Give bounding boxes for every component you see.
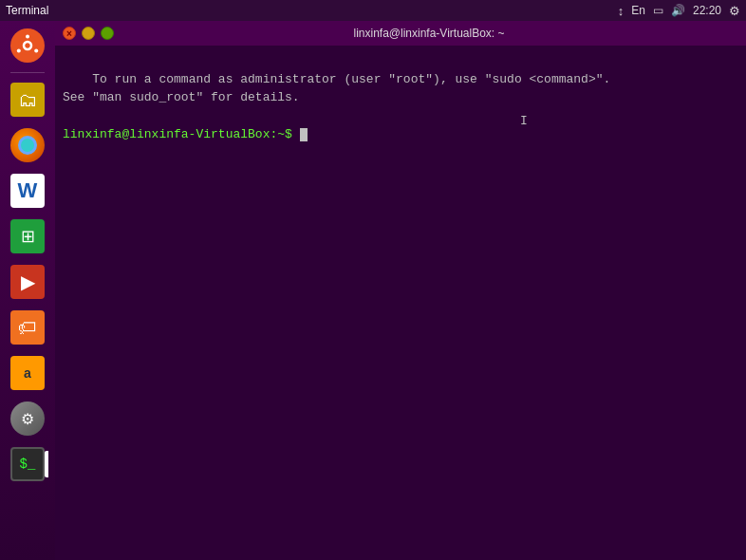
sidebar-item-system-settings[interactable]: ⚙ <box>7 398 48 439</box>
signal-icon: ↕ <box>618 4 625 18</box>
terminal-body[interactable]: To run a command as administrator (user … <box>55 46 746 560</box>
sidebar-item-libreoffice-impress[interactable]: ▶ <box>7 261 48 303</box>
svg-point-0 <box>18 36 37 55</box>
sidebar-item-files[interactable]: 🗂 <box>7 79 48 121</box>
window-minimize-button[interactable] <box>82 27 95 40</box>
sidebar-item-ubuntu-software[interactable]: 🏷 <box>7 307 48 348</box>
keyboard-layout[interactable]: En <box>631 4 645 17</box>
terminal-cursor <box>300 128 308 141</box>
system-settings-icon[interactable]: ⚙ <box>729 4 740 18</box>
window-close-button[interactable]: × <box>63 27 76 40</box>
text-cursor-indicator: I <box>520 112 528 131</box>
sidebar-item-firefox[interactable] <box>7 124 48 166</box>
sidebar-divider-top <box>10 72 45 73</box>
sudo-message-line2: See "man sudo_root" for details. <box>63 90 300 104</box>
window-maximize-button[interactable] <box>101 27 114 40</box>
active-indicator <box>45 451 48 477</box>
application-launcher: 🗂 W ⊞ ▶ 🏷 a ⚙ <box>0 21 55 560</box>
battery-icon: ▭ <box>653 4 663 17</box>
sudo-message-line1: To run a command as administrator (user … <box>92 72 610 86</box>
svg-point-2 <box>26 35 29 39</box>
top-system-bar: Terminal ↕ En ▭ 🔊 22:20 ⚙ <box>0 0 746 21</box>
terminal-window: × linxinfa@linxinfa-VirtualBox: ~ To run… <box>55 21 746 560</box>
app-menu-label[interactable]: Terminal <box>6 4 48 17</box>
sidebar-item-libreoffice-calc[interactable]: ⊞ <box>7 215 48 257</box>
terminal-window-title: linxinfa@linxinfa-VirtualBox: ~ <box>120 27 738 40</box>
sidebar-item-ubuntu[interactable] <box>7 25 48 66</box>
system-time: 22:20 <box>693 4 721 17</box>
sidebar-item-terminal[interactable]: $_ <box>7 443 48 485</box>
volume-icon[interactable]: 🔊 <box>671 4 685 17</box>
terminal-titlebar: × linxinfa@linxinfa-VirtualBox: ~ <box>55 21 746 46</box>
svg-point-3 <box>34 49 38 53</box>
sidebar-item-libreoffice-writer[interactable]: W <box>7 170 48 212</box>
sidebar-item-amazon[interactable]: a <box>7 352 48 394</box>
svg-point-4 <box>17 49 21 53</box>
terminal-prompt: linxinfa@linxinfa-VirtualBox:~$ <box>63 127 292 141</box>
